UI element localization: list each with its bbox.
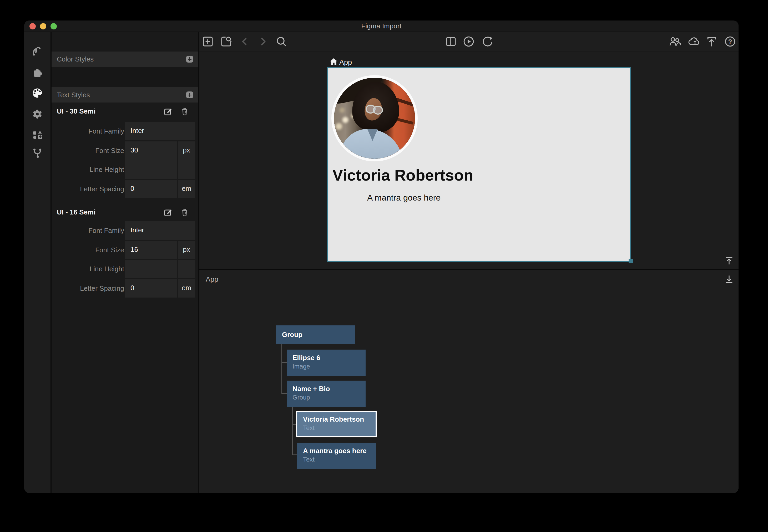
layer-node-type: Text xyxy=(303,424,314,432)
cloud-sync-icon[interactable] xyxy=(687,35,700,48)
font-family-field[interactable]: Inter xyxy=(125,221,195,240)
home-icon xyxy=(330,58,338,65)
expand-pane-up-icon[interactable] xyxy=(725,256,733,265)
add-frame-icon[interactable] xyxy=(201,35,214,48)
components-import-icon[interactable] xyxy=(32,129,43,141)
field-label: Line Height xyxy=(56,265,124,273)
text-style-name: UI - 16 Semi xyxy=(57,208,95,216)
app-frame[interactable]: Victoria Robertson A mantra goes here xyxy=(327,67,631,262)
settings-gear-icon[interactable] xyxy=(32,108,43,120)
breadcrumb-label: App xyxy=(339,58,352,67)
help-icon[interactable]: ? xyxy=(724,35,736,48)
text-style-row: UI - 30 Semi xyxy=(52,104,198,120)
inspect-document-icon[interactable] xyxy=(220,35,232,48)
split-view-icon[interactable] xyxy=(445,35,457,48)
layer-node-name-bio[interactable]: Name + Bio Group xyxy=(287,381,365,407)
color-styles-title: Color Styles xyxy=(57,55,94,63)
vector-tool-icon[interactable] xyxy=(32,45,43,57)
desktop-background: Figma Import Color Styles Text Styles xyxy=(0,0,768,532)
letter-spacing-unit[interactable]: em xyxy=(178,279,195,298)
field-label: Font Family xyxy=(56,227,124,235)
collaborators-icon[interactable] xyxy=(669,35,681,48)
tree-connector xyxy=(281,344,282,394)
tree-connector xyxy=(292,406,293,455)
text-styles-title: Text Styles xyxy=(57,91,90,99)
tree-connector xyxy=(281,393,287,394)
layer-node-mantra[interactable]: A mantra goes here Text xyxy=(297,443,376,469)
card-subtitle[interactable]: A mantra goes here xyxy=(367,193,441,203)
tree-connector xyxy=(281,362,287,363)
font-family-field[interactable]: Inter xyxy=(125,122,195,140)
layer-node-type: Text xyxy=(303,456,314,463)
text-styles-header: Text Styles xyxy=(52,87,198,103)
field-label: Line Height xyxy=(56,166,124,174)
field-label: Font Size xyxy=(56,246,124,254)
layer-node-victoria-selected[interactable]: Victoria Robertson Text xyxy=(296,411,376,437)
layer-node-label: Group xyxy=(282,331,302,339)
layer-node-label: Victoria Robertson xyxy=(303,415,364,423)
field-label: Letter Spacing xyxy=(56,284,124,293)
delete-style-icon[interactable] xyxy=(180,208,189,217)
layer-node-type: Image xyxy=(292,363,310,370)
toolbar: ? xyxy=(199,32,739,52)
add-color-style-button[interactable] xyxy=(186,56,193,63)
text-style-row: UI - 16 Semi xyxy=(52,204,198,221)
color-styles-header: Color Styles xyxy=(52,52,198,67)
styles-panel: Color Styles Text Styles UI - 30 Semi Fo… xyxy=(52,32,199,493)
layer-node-ellipse[interactable]: Ellipse 6 Image xyxy=(287,350,365,376)
window-title: Figma Import xyxy=(24,22,739,30)
letter-spacing-field[interactable]: 0 xyxy=(125,279,177,298)
layer-node-group[interactable]: Group xyxy=(276,325,355,344)
letter-spacing-unit[interactable]: em xyxy=(178,180,195,198)
layer-node-label: Ellipse 6 xyxy=(292,354,320,362)
main-area: ? App xyxy=(199,32,739,493)
edit-style-icon[interactable] xyxy=(164,107,172,116)
line-height-field[interactable] xyxy=(125,160,177,179)
field-label: Font Size xyxy=(56,147,124,155)
text-style-name: UI - 30 Semi xyxy=(57,107,95,115)
add-text-style-button[interactable] xyxy=(186,91,193,98)
share-upload-icon[interactable] xyxy=(705,35,718,48)
delete-style-icon[interactable] xyxy=(180,107,189,116)
layer-node-type: Group xyxy=(292,394,310,401)
tree-connector xyxy=(292,454,298,455)
canvas-pane[interactable]: App Victoria Robertson A mantr xyxy=(199,52,739,269)
layer-node-label: Name + Bio xyxy=(292,385,330,393)
line-height-unit[interactable] xyxy=(178,260,195,278)
layer-node-label: A mantra goes here xyxy=(303,447,366,455)
collapse-pane-down-icon[interactable] xyxy=(725,274,733,284)
field-label: Font Family xyxy=(56,127,124,135)
plugins-puzzle-icon[interactable] xyxy=(32,66,43,78)
color-styles-empty-list xyxy=(52,67,198,87)
back-icon[interactable] xyxy=(238,35,251,48)
layers-header: App xyxy=(206,275,218,284)
card-title[interactable]: Victoria Robertson xyxy=(332,166,474,184)
branches-icon[interactable] xyxy=(32,147,43,159)
line-height-field[interactable] xyxy=(125,260,177,278)
font-size-unit[interactable]: px xyxy=(178,241,195,259)
activity-bar xyxy=(24,32,52,493)
letter-spacing-field[interactable]: 0 xyxy=(125,180,177,198)
font-size-unit[interactable]: px xyxy=(178,141,195,160)
font-size-field[interactable]: 30 xyxy=(125,141,177,160)
styles-palette-icon[interactable] xyxy=(32,87,43,99)
font-size-field[interactable]: 16 xyxy=(125,241,177,259)
svg-text:?: ? xyxy=(728,38,732,45)
play-icon[interactable] xyxy=(463,35,475,48)
layers-pane: App Group Ellipse 6 Image Name + Bio Gro… xyxy=(199,270,739,493)
avatar-photo-layer xyxy=(373,106,383,115)
forward-icon[interactable] xyxy=(257,35,269,48)
titlebar[interactable]: Figma Import xyxy=(24,21,739,32)
refresh-icon[interactable] xyxy=(481,35,494,48)
avatar[interactable] xyxy=(331,75,418,161)
search-icon[interactable] xyxy=(275,35,288,48)
line-height-unit[interactable] xyxy=(178,160,195,179)
field-label: Letter Spacing xyxy=(56,185,124,193)
breadcrumb[interactable]: App xyxy=(330,58,338,67)
selection-resize-handle[interactable] xyxy=(629,259,633,263)
app-window: Figma Import Color Styles Text Styles xyxy=(24,21,739,493)
edit-style-icon[interactable] xyxy=(164,208,172,217)
